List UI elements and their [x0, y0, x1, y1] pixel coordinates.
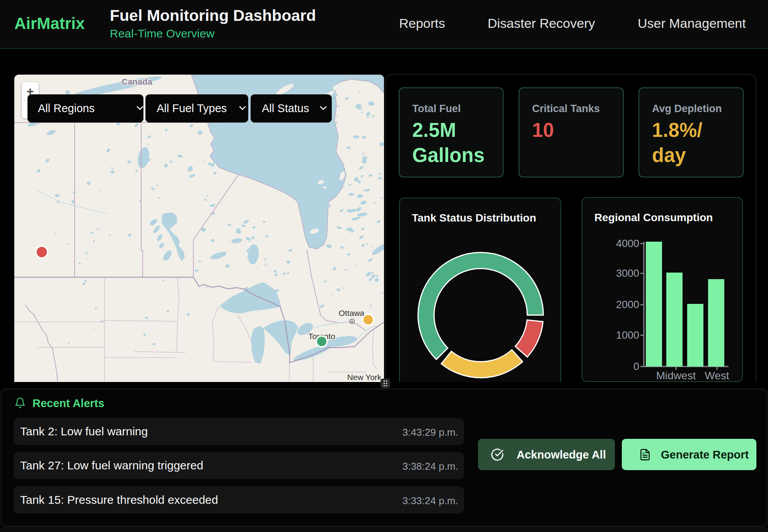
svg-text:Midwest: Midwest: [656, 370, 696, 382]
svg-text:4000: 4000: [616, 238, 639, 249]
svg-text:West: West: [705, 370, 729, 382]
svg-text:Canada: Canada: [121, 77, 152, 87]
svg-text:Ottawa: Ottawa: [339, 309, 365, 317]
svg-text:2000: 2000: [616, 299, 639, 310]
svg-text:0: 0: [633, 361, 639, 372]
svg-text:1000: 1000: [616, 329, 639, 341]
svg-text:New York: New York: [347, 373, 382, 382]
svg-text:3000: 3000: [616, 268, 639, 279]
